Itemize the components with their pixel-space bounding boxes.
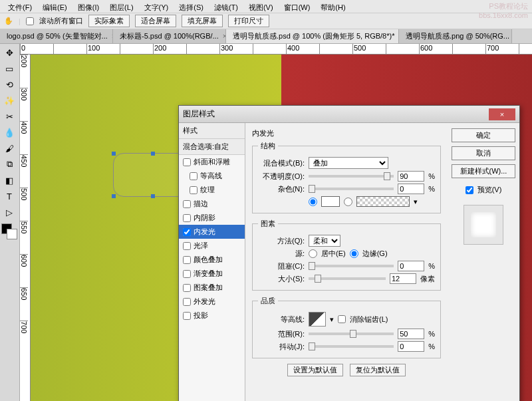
crop-tool-icon[interactable]: ✂ <box>1 109 17 124</box>
style-texture[interactable]: 纹理 <box>179 183 245 197</box>
tab-nav-psd[interactable]: 透明导航质感.psd @ 100% (圆角矩形 5, RGB/8*)*× <box>226 29 399 43</box>
color-swatch[interactable] <box>1 223 19 239</box>
style-drop-shadow-checkbox[interactable] <box>183 312 191 320</box>
handle-n[interactable] <box>151 152 155 156</box>
style-color-overlay-checkbox[interactable] <box>183 256 191 264</box>
menu-image[interactable]: 图像(I) <box>72 1 104 11</box>
style-contour-checkbox[interactable] <box>190 172 198 180</box>
style-gradient-overlay-checkbox[interactable] <box>183 270 191 278</box>
quality-legend: 品质 <box>258 296 278 306</box>
styles-header[interactable]: 样式 <box>179 123 245 139</box>
style-stroke[interactable]: 描边 <box>179 197 245 211</box>
menu-type[interactable]: 文字(Y) <box>139 1 174 11</box>
menu-view[interactable]: 视图(V) <box>243 1 279 11</box>
blend-options-header[interactable]: 混合选项:自定 <box>179 139 245 155</box>
menu-edit[interactable]: 编辑(E) <box>37 1 72 11</box>
color-swatch-white[interactable] <box>321 196 340 207</box>
make-default-button[interactable]: 设置为默认值 <box>287 364 343 376</box>
size-input[interactable] <box>390 273 416 284</box>
new-style-button[interactable]: 新建样式(W)... <box>452 164 515 178</box>
chevron-down-icon[interactable]: ▾ <box>414 198 418 206</box>
blend-mode-select[interactable]: 叠加 <box>309 157 388 169</box>
contour-picker[interactable] <box>309 312 326 327</box>
tab-nav-png[interactable]: 透明导航质感.png @ 50%(RG...× <box>399 29 512 43</box>
style-stroke-checkbox[interactable] <box>183 200 191 208</box>
noise-input[interactable] <box>398 184 424 194</box>
style-inner-glow[interactable]: 内发光 <box>179 225 245 239</box>
eraser-tool-icon[interactable]: ◧ <box>1 173 17 188</box>
menu-layer[interactable]: 图层(L) <box>104 1 138 11</box>
range-slider[interactable] <box>309 333 394 335</box>
menu-help[interactable]: 帮助(H) <box>315 1 350 11</box>
jitter-input[interactable] <box>398 341 424 352</box>
opacity-input[interactable] <box>398 171 424 182</box>
pct-label: % <box>428 185 435 193</box>
fill-screen-button[interactable]: 填充屏幕 <box>182 15 223 27</box>
handle-sw[interactable] <box>112 194 116 198</box>
gradient-picker[interactable] <box>356 196 410 207</box>
antialias-checkbox[interactable] <box>338 315 346 323</box>
path-tool-icon[interactable]: ▷ <box>1 205 17 219</box>
style-bevel[interactable]: 斜面和浮雕 <box>179 155 245 169</box>
tab-logo[interactable]: logo.psd @ 50% (矢量智能对...× <box>0 29 113 43</box>
size-slider[interactable] <box>309 277 386 280</box>
style-satin-checkbox[interactable] <box>183 242 191 250</box>
noise-slider[interactable] <box>309 188 394 190</box>
style-satin[interactable]: 光泽 <box>179 239 245 253</box>
hand-tool-icon[interactable]: ✋ <box>4 17 13 25</box>
actual-pixels-button[interactable]: 实际象素 <box>88 15 130 27</box>
color-radio[interactable] <box>309 198 317 206</box>
brush-tool-icon[interactable]: 🖌 <box>1 141 17 156</box>
style-inner-glow-checkbox[interactable] <box>183 228 191 236</box>
stamp-tool-icon[interactable]: ⧉ <box>1 157 17 172</box>
move-tool-icon[interactable]: ✥ <box>1 45 17 60</box>
menu-file[interactable]: 文件(F) <box>3 1 37 11</box>
scroll-all-checkbox[interactable] <box>26 17 34 25</box>
style-outer-glow[interactable]: 外发光 <box>179 295 245 309</box>
marquee-tool-icon[interactable]: ▭ <box>1 61 17 76</box>
chevron-down-icon[interactable]: ▾ <box>330 315 334 324</box>
range-input[interactable] <box>398 329 424 339</box>
source-edge-radio[interactable] <box>350 249 358 258</box>
type-tool-icon[interactable]: T <box>1 189 17 203</box>
style-drop-shadow[interactable]: 投影 <box>179 309 245 323</box>
style-pattern-overlay[interactable]: 图案叠加 <box>179 281 245 295</box>
cancel-button[interactable]: 取消 <box>452 146 515 160</box>
document-tabs: logo.psd @ 50% (矢量智能对...× 未标题-5.psd @ 10… <box>0 29 532 44</box>
style-bevel-checkbox[interactable] <box>183 158 191 166</box>
lasso-tool-icon[interactable]: ⟲ <box>1 77 17 92</box>
style-color-overlay[interactable]: 颜色叠加 <box>179 253 245 267</box>
style-inner-shadow[interactable]: 内阴影 <box>179 211 245 225</box>
jitter-slider[interactable] <box>309 345 394 348</box>
wand-tool-icon[interactable]: ✨ <box>1 93 17 108</box>
menu-window[interactable]: 窗口(W) <box>279 1 316 11</box>
print-size-button[interactable]: 打印尺寸 <box>228 15 269 27</box>
source-center-radio[interactable] <box>309 249 317 258</box>
choke-input[interactable] <box>398 261 424 271</box>
gradient-radio[interactable] <box>344 198 352 206</box>
style-outer-glow-checkbox[interactable] <box>183 298 191 306</box>
fit-screen-button[interactable]: 适合屏幕 <box>135 15 176 27</box>
handle-s[interactable] <box>151 194 155 198</box>
tab-untitled[interactable]: 未标题-5.psd @ 100%(RGB/...× <box>113 29 226 43</box>
dialog-titlebar[interactable]: 图层样式 × <box>179 106 519 123</box>
technique-select[interactable]: 柔和 <box>309 235 340 247</box>
ok-button[interactable]: 确定 <box>452 128 515 142</box>
dialog-title: 图层样式 <box>183 108 489 120</box>
style-inner-shadow-checkbox[interactable] <box>183 214 191 222</box>
style-gradient-overlay[interactable]: 渐变叠加 <box>179 267 245 281</box>
menu-select[interactable]: 选择(S) <box>174 1 209 11</box>
style-texture-checkbox[interactable] <box>190 186 198 194</box>
px-label: 像素 <box>420 274 435 284</box>
menu-filter[interactable]: 滤镜(T) <box>209 1 243 11</box>
preview-thumbnail <box>464 205 503 245</box>
preview-checkbox[interactable] <box>466 186 473 194</box>
eyedropper-tool-icon[interactable]: 💧 <box>1 125 17 140</box>
choke-slider[interactable] <box>309 265 394 267</box>
reset-default-button[interactable]: 复位为默认值 <box>350 364 406 376</box>
dialog-close-button[interactable]: × <box>489 108 515 120</box>
style-contour[interactable]: 等高线 <box>179 169 245 183</box>
opacity-slider[interactable] <box>309 175 394 178</box>
handle-nw[interactable] <box>112 152 116 156</box>
style-pattern-overlay-checkbox[interactable] <box>183 284 191 292</box>
